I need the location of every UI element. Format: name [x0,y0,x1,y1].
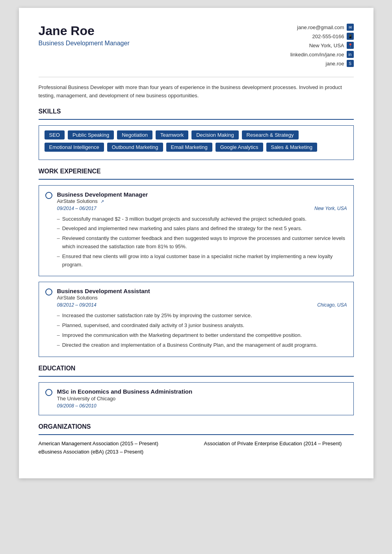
education-section: EDUCATION MSc in Economics and Business … [39,365,354,415]
bullet-item: –Successfully managed $2 - 3 million bud… [57,215,347,223]
bullet-dash: – [57,331,60,340]
work-title: WORK EXPERIENCE [39,168,354,175]
edu-item-info: MSc in Economics and Business Administra… [57,388,193,409]
bullet-text: Directed the creation and implementation… [62,341,318,350]
work-divider [39,179,354,180]
organizations-divider [39,434,354,435]
bullet-item: –Improved the communication with the Mar… [57,331,347,340]
job-title: Business Development Manager [57,191,347,198]
skill-tag: Public Speaking [68,130,114,139]
contact-phone-row: 202-555-0166 📱 [290,33,354,40]
orgs-top-row: American Management Association (2015 – … [39,441,354,446]
skill-tag: Google Analytics [216,143,263,152]
edu-container: MSc in Economics and Business Administra… [39,382,354,415]
job-location: Chicago, USA [317,302,347,308]
job-bullets: –Successfully managed $2 - 3 million bud… [57,215,347,269]
contact-email-row: jane.roe@gmail.com ✉ [290,24,354,31]
bullet-item: –Ensured that new clients will grow into… [57,253,347,269]
job-dates: 09/2014 – 06/2017 [57,206,97,211]
organizations-title: ORGANIZATIONS [39,423,354,430]
org-ama: American Management Association (2015 – … [39,441,188,446]
contact-skype-row: jane.roe S [290,60,354,67]
contact-location-row: New York, USA 📍 [290,42,354,49]
org-eba: eBusiness Association (eBA) (2013 – Pres… [39,449,354,455]
skills-row-2: Emotional IntelligenceOutbound Marketing… [45,143,348,152]
skill-tag: SEO [45,130,65,139]
resume-document: Jane Roe Business Development Manager ja… [19,8,373,478]
date-location-row: 09/2014 – 06/2017New York, USA [57,206,347,211]
edu-degree: MSc in Economics and Business Administra… [57,388,193,395]
edu-dates: 09/2008 – 06/2010 [57,403,193,409]
org-apee: Association of Private Enterprise Educat… [204,441,354,446]
skill-tag: Emotional Intelligence [45,143,104,152]
location-text: New York, USA [309,43,344,48]
work-item-info: Business Development AssistantAirState S… [57,288,347,311]
timeline-dot [45,288,52,296]
bullet-text: Successfully managed $2 - 3 million budg… [62,215,307,223]
company-name: AirState Solutions ↗ [57,198,347,204]
skill-tag: Negotiation [117,130,152,139]
work-section: WORK EXPERIENCE Business Development Man… [39,168,354,357]
work-item: Business Development ManagerAirState Sol… [39,185,354,277]
bullet-item: –Planned, supervised, and coordinated da… [57,322,347,330]
education-title: EDUCATION [39,365,354,372]
phone-text: 202-555-0166 [312,33,344,39]
job-dates: 08/2012 – 09/2014 [57,302,97,308]
header-left: Jane Roe Business Development Manager [39,24,130,47]
bullet-item: –Increased the customer satisfaction rat… [57,312,347,320]
header-right: jane.roe@gmail.com ✉ 202-555-0166 📱 New … [290,24,354,69]
location-icon: 📍 [347,42,354,49]
linkedin-icon: in [347,51,354,58]
bullet-text: Increased the customer satisfaction rate… [62,312,252,320]
bullet-dash: – [57,322,60,330]
job-bullets: –Increased the customer satisfaction rat… [57,312,347,349]
education-divider [39,376,354,377]
external-link-icon[interactable]: ↗ [99,199,104,204]
phone-icon: 📱 [347,33,354,40]
work-item-header: Business Development ManagerAirState Sol… [45,191,347,214]
work-item: Business Development AssistantAirState S… [39,282,354,357]
job-location: New York, USA [314,206,347,211]
skype-icon: S [347,60,354,67]
skills-section: SKILLS SEOPublic SpeakingNegotiationTeam… [39,108,354,160]
skill-tag: Teamwork [156,130,188,139]
bullet-dash: – [57,312,60,320]
company-name: AirState Solutions [57,295,347,301]
bullet-dash: – [57,341,60,350]
work-item-header: Business Development AssistantAirState S… [45,288,347,311]
skills-row-1: SEOPublic SpeakingNegotiationTeamworkDec… [45,130,348,139]
skill-tag: Research & Strategy [242,130,299,139]
orgs-container: American Management Association (2015 – … [39,441,354,455]
email-icon: ✉ [347,24,354,31]
edu-item-header: MSc in Economics and Business Administra… [45,388,347,409]
skill-tag: Outbound Marketing [107,143,163,152]
orgs-wrapper: American Management Association (2015 – … [39,441,354,455]
summary-text: Professional Business Developer with mor… [39,77,354,100]
email-text: jane.roe@gmail.com [297,24,344,30]
bullet-dash: – [57,253,60,269]
bullet-dash: – [57,225,60,233]
bullet-dash: – [57,215,60,223]
contact-linkedin-row: linkedin.com/in/jane.roe in [290,51,354,58]
bullet-dash: – [57,234,60,251]
skills-title: SKILLS [39,108,354,115]
skills-container: SEOPublic SpeakingNegotiationTeamworkDec… [39,125,354,160]
candidate-title: Business Development Manager [39,40,130,47]
edu-school: The University of Chicago [57,396,193,402]
timeline-dot [45,192,52,199]
work-container: Business Development ManagerAirState Sol… [39,185,354,357]
skills-divider [39,119,354,120]
bullet-text: Developed and implemented new marketing … [62,225,302,233]
work-item-info: Business Development ManagerAirState Sol… [57,191,347,214]
skill-tag: Sales & Marketing [266,143,318,152]
bullet-item: –Reviewed constantly the customer feedba… [57,234,347,251]
resume-header: Jane Roe Business Development Manager ja… [39,24,354,69]
bullet-text: Improved the communication with the Mark… [62,331,302,340]
bullet-text: Planned, supervised, and coordinated dai… [62,322,245,330]
education-item: MSc in Economics and Business Administra… [39,382,354,415]
bullet-item: –Directed the creation and implementatio… [57,341,347,350]
bullet-text: Reviewed constantly the customer feedbac… [62,234,347,251]
bullet-item: –Developed and implemented new marketing… [57,225,347,233]
linkedin-text: linkedin.com/in/jane.roe [290,52,344,58]
timeline-dot [45,389,52,396]
